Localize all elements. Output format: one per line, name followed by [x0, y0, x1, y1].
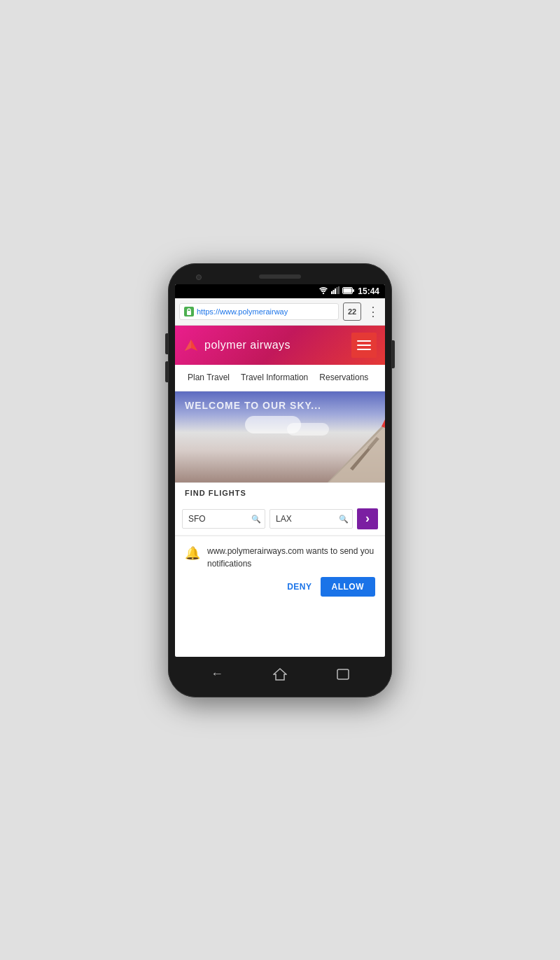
tab-count-badge[interactable]: 22: [343, 302, 361, 321]
phone-top-bar: [175, 272, 385, 284]
site-logo: polymer airways: [183, 338, 290, 352]
recents-button[interactable]: [332, 664, 354, 685]
hamburger-line-1: [357, 340, 371, 342]
android-nav-buttons: ←: [186, 664, 374, 685]
notification-message: www.polymerairways.com wants to send you…: [207, 545, 375, 570]
notification-content: 🔔 www.polymerairways.com wants to send y…: [185, 545, 375, 570]
site-header: polymer airways: [175, 326, 385, 365]
status-time: 15:44: [358, 286, 379, 296]
power-button[interactable]: [392, 340, 395, 368]
url-text: https://www.polymerairway: [197, 307, 288, 316]
to-search-icon: 🔍: [339, 514, 349, 523]
phone-device: 15:44 https://www.polymerairway 22 ⋮: [168, 263, 392, 697]
find-flights-section: FIND FLIGHTS 🔍 🔍 ›: [175, 482, 385, 536]
from-search-icon: 🔍: [251, 514, 261, 523]
back-button[interactable]: ←: [206, 664, 227, 685]
signal-icon: [331, 286, 340, 295]
flight-inputs-row: 🔍 🔍 ›: [175, 503, 385, 536]
svg-rect-2: [333, 290, 335, 294]
nav-tab-plan-travel[interactable]: Plan Travel: [182, 366, 235, 389]
home-button[interactable]: [270, 664, 290, 685]
battery-icon: [342, 287, 355, 295]
speaker: [259, 274, 301, 279]
airplane-wing: [273, 405, 385, 482]
notification-bar: 🔔 www.polymerairways.com wants to send y…: [175, 536, 385, 605]
from-input-wrapper: 🔍: [182, 509, 265, 529]
svg-rect-8: [353, 289, 354, 292]
volume-up-button[interactable]: [165, 333, 168, 354]
notification-actions: DENY ALLOW: [185, 577, 375, 597]
svg-point-0: [323, 293, 324, 294]
bell-icon: 🔔: [185, 545, 200, 561]
status-bar: 15:44: [175, 284, 385, 298]
deny-notification-button[interactable]: DENY: [287, 582, 312, 592]
hamburger-line-3: [357, 349, 371, 350]
volume-down-button[interactable]: [165, 361, 168, 382]
allow-notification-button[interactable]: ALLOW: [321, 577, 376, 597]
browser-address-bar: https://www.polymerairway 22 ⋮: [175, 298, 385, 326]
hero-welcome-text: WELCOME TO OUR SKY...: [185, 400, 321, 411]
svg-rect-4: [337, 287, 338, 294]
phone-screen: 15:44 https://www.polymerairway 22 ⋮: [175, 284, 385, 657]
phone-bottom-bar: ←: [175, 657, 385, 689]
hero-section: WELCOME TO OUR SKY...: [175, 391, 385, 482]
go-arrow-icon: ›: [365, 511, 370, 526]
url-bar[interactable]: https://www.polymerairway: [179, 303, 339, 320]
svg-rect-1: [331, 291, 332, 294]
nav-tabs: Plan Travel Travel Information Reservati…: [175, 365, 385, 391]
search-flights-button[interactable]: ›: [357, 508, 378, 529]
wifi-icon: [318, 286, 328, 295]
to-input-wrapper: 🔍: [270, 509, 353, 529]
lock-icon: [184, 307, 194, 316]
browser-menu-button[interactable]: ⋮: [365, 304, 381, 319]
svg-rect-5: [338, 286, 340, 294]
svg-rect-3: [335, 288, 336, 294]
svg-marker-11: [185, 340, 191, 351]
svg-rect-14: [337, 669, 349, 679]
nav-tab-reservations[interactable]: Reservations: [314, 366, 374, 389]
hamburger-menu-button[interactable]: [351, 333, 377, 358]
svg-rect-9: [187, 311, 191, 315]
nav-tab-travel-information[interactable]: Travel Information: [235, 366, 314, 389]
brand-name: polymer airways: [204, 339, 290, 352]
svg-rect-7: [344, 288, 352, 293]
logo-plane-icon: [183, 338, 199, 352]
find-flights-label: FIND FLIGHTS: [175, 482, 385, 503]
front-camera: [196, 274, 202, 280]
svg-marker-13: [274, 669, 286, 680]
hamburger-line-2: [357, 345, 371, 346]
